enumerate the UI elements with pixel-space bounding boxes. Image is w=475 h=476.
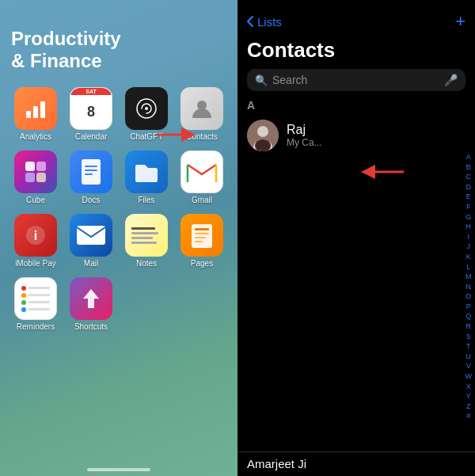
alpha-y[interactable]: Y [464, 391, 474, 402]
alpha-j[interactable]: J [464, 242, 474, 252]
app-item-shortcuts[interactable]: Shortcuts [66, 277, 116, 331]
section-title: Productivity& Finance [11, 28, 226, 71]
svg-rect-22 [195, 233, 209, 234]
svg-rect-19 [77, 226, 105, 245]
svg-rect-11 [36, 173, 46, 182]
reminders-icon [14, 277, 57, 320]
app-item-gmail[interactable]: Gmail [177, 150, 226, 204]
search-icon: 🔍 [255, 74, 268, 86]
alpha-p[interactable]: P [464, 302, 474, 312]
svg-point-28 [257, 126, 268, 137]
alpha-e[interactable]: E [464, 192, 474, 202]
pages-label: Pages [191, 259, 213, 268]
app-item-files[interactable]: Files [122, 150, 171, 204]
alpha-hash[interactable]: # [464, 411, 474, 421]
shortcuts-label: Shortcuts [74, 322, 108, 331]
svg-rect-8 [25, 162, 35, 171]
alpha-a[interactable]: A [464, 152, 474, 162]
search-bar[interactable]: 🔍 Search 🎤 [247, 69, 466, 91]
alpha-m[interactable]: M [464, 272, 474, 282]
alpha-b[interactable]: B [464, 162, 474, 173]
app-item-reminders[interactable]: Reminders [11, 277, 60, 331]
add-contact-button[interactable]: + [455, 11, 466, 32]
notes-icon [125, 214, 168, 257]
app-item-notes[interactable]: Notes [122, 214, 171, 268]
alpha-o[interactable]: O [464, 291, 474, 302]
calendar-label: Calendar [75, 132, 108, 141]
alpha-k[interactable]: K [464, 252, 474, 262]
alpha-t[interactable]: T [464, 341, 474, 352]
svg-rect-15 [85, 173, 93, 175]
svg-rect-2 [40, 101, 45, 118]
alphabet-index: A B C D E F G H I J K L M N O P Q R S T … [464, 97, 474, 476]
alpha-n[interactable]: N [464, 282, 474, 292]
alpha-c[interactable]: C [464, 172, 474, 182]
alpha-v[interactable]: V [464, 361, 474, 371]
app-item-pages[interactable]: Pages [177, 214, 226, 268]
alpha-l[interactable]: L [464, 262, 474, 272]
right-panel: Lists + Contacts 🔍 Search 🎤 A [238, 0, 475, 476]
reminders-label: Reminders [17, 322, 55, 331]
analytics-label: Analytics [20, 132, 51, 141]
svg-rect-6 [213, 108, 215, 111]
contacts-title: Contacts [247, 38, 466, 63]
app-item-docs[interactable]: Docs [66, 150, 116, 204]
section-a: A [238, 97, 475, 113]
alpha-f[interactable]: F [464, 202, 474, 212]
alpha-x[interactable]: X [464, 382, 474, 392]
svg-rect-9 [36, 162, 46, 171]
alpha-d[interactable]: D [464, 182, 474, 192]
analytics-icon [14, 87, 57, 130]
mail-label: Mail [84, 259, 98, 268]
app-item-calendar[interactable]: SAT 8 Calendar [66, 87, 116, 141]
imobilepay-icon: i [14, 214, 57, 257]
nav-row: Lists + [247, 6, 466, 36]
svg-rect-14 [85, 169, 97, 171]
left-panel: Productivity& Finance Analytics SAT 8 Ca [0, 0, 238, 476]
alpha-w[interactable]: W [464, 371, 474, 382]
red-arrow-left [157, 123, 196, 152]
bottom-contact-row[interactable]: Amarjeet Ji [238, 451, 475, 476]
svg-rect-20 [192, 224, 212, 248]
svg-rect-5 [213, 102, 215, 105]
alpha-r[interactable]: R [464, 322, 474, 332]
calendar-num: 8 [70, 95, 112, 129]
back-button[interactable]: Lists [247, 15, 282, 29]
calendar-day: SAT [70, 88, 112, 95]
alpha-h[interactable]: H [464, 222, 474, 232]
contact-row[interactable]: Raj My Ca... [238, 113, 475, 158]
notes-label: Notes [136, 259, 157, 268]
alpha-z[interactable]: Z [464, 402, 474, 412]
svg-rect-24 [195, 241, 203, 242]
svg-rect-7 [213, 113, 215, 116]
calendar-icon: SAT 8 [70, 87, 112, 130]
app-item-mail[interactable]: Mail [66, 214, 116, 268]
svg-rect-0 [26, 111, 31, 118]
alpha-g[interactable]: G [464, 212, 474, 223]
svg-rect-12 [82, 159, 101, 185]
contact-sub: My Ca... [287, 137, 322, 148]
contact-list: A Raj My Ca... [238, 97, 475, 476]
svg-rect-21 [195, 228, 209, 230]
alpha-u[interactable]: U [464, 352, 474, 362]
contact-name: Raj [287, 123, 322, 137]
contact-info: Raj My Ca... [287, 123, 322, 148]
files-icon [125, 150, 168, 193]
red-arrow-right [360, 161, 408, 186]
app-item-cube[interactable]: Cube [11, 150, 60, 204]
docs-label: Docs [82, 196, 101, 204]
bottom-contact-name: Amarjeet Ji [247, 457, 306, 470]
app-item-analytics[interactable]: Analytics [11, 87, 60, 141]
svg-rect-16 [188, 163, 216, 182]
shortcuts-icon [70, 277, 112, 320]
cube-label: Cube [26, 196, 45, 204]
gmail-icon [180, 150, 223, 193]
alpha-q[interactable]: Q [464, 311, 474, 322]
alpha-s[interactable]: S [464, 332, 474, 342]
svg-rect-13 [85, 166, 97, 167]
cube-icon [14, 150, 57, 193]
app-item-imobilepay[interactable]: i iMobile Pay [11, 214, 60, 268]
svg-text:i: i [34, 229, 37, 242]
svg-rect-1 [33, 106, 38, 118]
alpha-i[interactable]: I [464, 232, 474, 242]
